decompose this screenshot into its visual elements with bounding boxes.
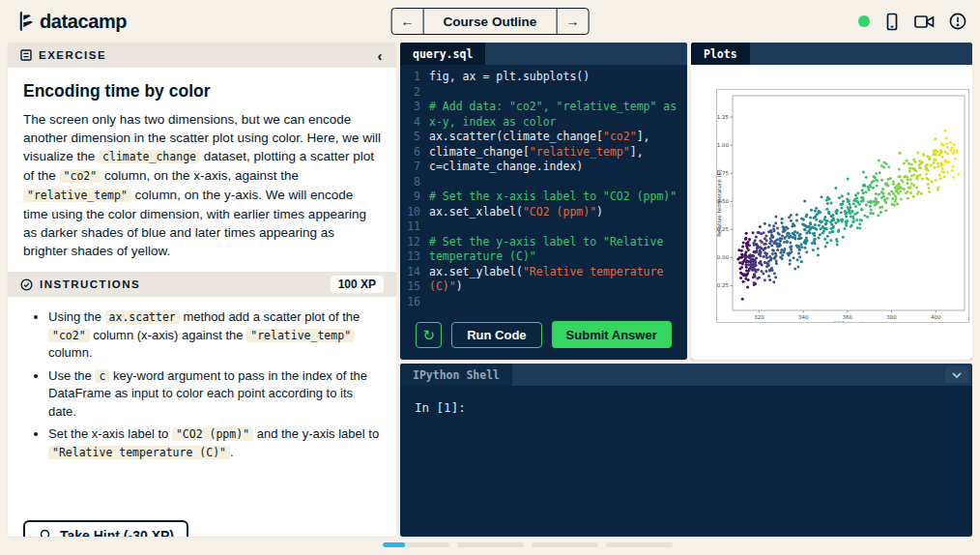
reset-code-button[interactable]: ↻	[416, 322, 442, 348]
inline-code: c	[95, 369, 109, 383]
instructions-list: Using the ax.scatter method add a scatte…	[48, 308, 381, 461]
code-text: # Set the y-axis label to "Relative	[429, 235, 663, 250]
line-number: 14	[400, 265, 429, 280]
code-line[interactable]: 11	[400, 219, 687, 235]
svg-text:-0.25: -0.25	[717, 282, 729, 288]
line-number: 7	[400, 160, 429, 175]
exercise-title: Encoding time by color	[23, 81, 381, 102]
code-line[interactable]: 13temperature (C)"	[400, 249, 687, 265]
tab-ipython-shell[interactable]: IPython Shell	[400, 364, 512, 386]
line-number: 4	[400, 115, 429, 131]
code-editor-panel: query.sql 1fig, ax = plt.subplots()23# A…	[400, 43, 687, 360]
instructions-icon	[20, 278, 33, 291]
exercise-header: EXERCISE ‹	[8, 43, 396, 68]
inline-code: "co2"	[48, 329, 90, 342]
progress-segment	[606, 542, 673, 547]
svg-text:320: 320	[754, 314, 764, 320]
code-text: fig, ax = plt.subplots()	[429, 70, 590, 85]
progress-segment	[457, 542, 524, 547]
plots-tab-bar: Plots	[691, 43, 972, 65]
inline-code: ax.scatter	[105, 310, 180, 324]
tab-plots[interactable]: Plots	[691, 43, 750, 65]
plots-panel: Plots 320340360380400-0.250.000.250.500.…	[691, 43, 972, 360]
code-text: # Add data: "co2", "relative_temp" as	[429, 100, 677, 115]
take-hint-button[interactable]: Take Hint (-30 XP)	[23, 520, 188, 537]
exercise-header-label: EXERCISE	[39, 49, 106, 61]
inline-code: "co2"	[60, 169, 101, 183]
mobile-device-icon[interactable]	[884, 13, 900, 31]
code-line[interactable]: 9# Set the x-axis label to "CO2 (ppm)"	[400, 190, 687, 205]
line-number: 3	[400, 100, 429, 115]
line-number: 11	[400, 219, 429, 235]
inline-code: "Relative temperature (C)"	[48, 446, 230, 459]
svg-text:340: 340	[798, 314, 809, 320]
code-text: ax.scatter(climate_change["co2"],	[429, 130, 650, 145]
lightbulb-icon	[38, 529, 52, 538]
x-axis-label: CO2 (ppm)	[833, 320, 865, 322]
tab-query-sql[interactable]: query.sql	[400, 43, 485, 65]
line-number: 1	[400, 70, 429, 85]
xp-badge: 100 XP	[331, 276, 384, 293]
code-line[interactable]: 12# Set the y-axis label to "Relative	[400, 235, 687, 250]
line-number: 5	[400, 130, 429, 145]
course-outline-button[interactable]: Course Outline	[424, 9, 557, 34]
code-line[interactable]: 1fig, ax = plt.subplots()	[400, 70, 687, 85]
code-line[interactable]: 4x-y, index as color	[400, 115, 687, 131]
datacamp-logo-icon	[14, 11, 35, 32]
code-text: climate_change["relative_temp"],	[429, 145, 644, 161]
exercise-description: The screen only has two dimensions, but …	[23, 110, 381, 260]
submit-answer-button[interactable]: Submit Answer	[552, 321, 672, 348]
svg-text:400: 400	[931, 314, 941, 320]
ipython-shell-panel: IPython Shell In [1]:	[400, 364, 972, 537]
shell-collapse-button[interactable]	[945, 366, 968, 383]
code-text: ax.set_xlabel("CO2 (ppm)")	[429, 205, 603, 220]
code-line[interactable]: 14ax.set_ylabel("Relative temperature	[400, 265, 687, 280]
run-code-button[interactable]: Run Code	[451, 322, 541, 348]
code-text: c=climate_change.index)	[429, 160, 583, 175]
code-line[interactable]: 15(C)")	[400, 279, 687, 295]
progress-segment	[383, 542, 449, 547]
code-line[interactable]: 16	[400, 295, 687, 310]
prev-exercise-button[interactable]: ←	[392, 9, 424, 34]
shell-prompt: In [1]:	[415, 400, 466, 415]
chevron-down-icon	[952, 372, 962, 378]
instruction-item: Set the x-axis label to "CO2 (ppm)" and …	[48, 425, 381, 461]
code-line[interactable]: 2	[400, 85, 687, 101]
editor-tab-bar: query.sql	[400, 43, 687, 65]
line-number: 13	[400, 249, 429, 265]
code-line[interactable]: 6climate_change["relative_temp"],	[400, 145, 687, 161]
shell-tab-bar: IPython Shell	[400, 364, 972, 386]
status-dot	[858, 15, 870, 27]
svg-text:1.25: 1.25	[717, 114, 729, 120]
line-number: 10	[400, 205, 429, 220]
svg-text:1.00: 1.00	[717, 142, 729, 148]
instructions-header-label: INSTRUCTIONS	[40, 278, 140, 290]
code-editor[interactable]: 1fig, ax = plt.subplots()23# Add data: "…	[400, 65, 687, 309]
code-line[interactable]: 3# Add data: "co2", "relative_temp" as	[400, 100, 687, 115]
course-outline-nav: ← Course Outline →	[391, 8, 590, 35]
code-text: # Set the x-axis label to "CO2 (ppm)"	[429, 190, 677, 205]
take-hint-label: Take Hint (-30 XP)	[60, 528, 174, 537]
exercise-panel: EXERCISE ‹ Encoding time by color The sc…	[8, 43, 396, 537]
progress-fill	[383, 542, 405, 547]
inline-code: "relative_temp"	[246, 329, 355, 342]
next-exercise-button[interactable]: →	[556, 9, 588, 34]
plots-content: 320340360380400-0.250.000.250.500.751.00…	[691, 65, 972, 360]
svg-text:380: 380	[886, 314, 897, 320]
code-line[interactable]: 8	[400, 175, 687, 190]
datacamp-logo[interactable]: datacamp	[14, 11, 127, 33]
collapse-panel-icon[interactable]: ‹	[378, 48, 385, 63]
video-camera-icon[interactable]	[914, 15, 935, 29]
line-number: 2	[400, 85, 429, 101]
shell-console[interactable]: In [1]:	[400, 386, 972, 537]
code-text: ax.set_ylabel("Relative temperature	[429, 265, 663, 280]
inline-code: "relative_temp"	[23, 189, 131, 202]
top-bar: datacamp ← Course Outline →	[0, 0, 980, 43]
line-number: 6	[400, 145, 429, 161]
code-line[interactable]: 10ax.set_xlabel("CO2 (ppm)")	[400, 205, 687, 220]
code-text: x-y, index as color	[429, 115, 557, 131]
code-line[interactable]: 5ax.scatter(climate_change["co2"],	[400, 130, 687, 145]
code-line[interactable]: 7c=climate_change.index)	[400, 160, 687, 175]
line-number: 9	[400, 190, 429, 205]
report-issue-icon[interactable]	[949, 13, 966, 30]
